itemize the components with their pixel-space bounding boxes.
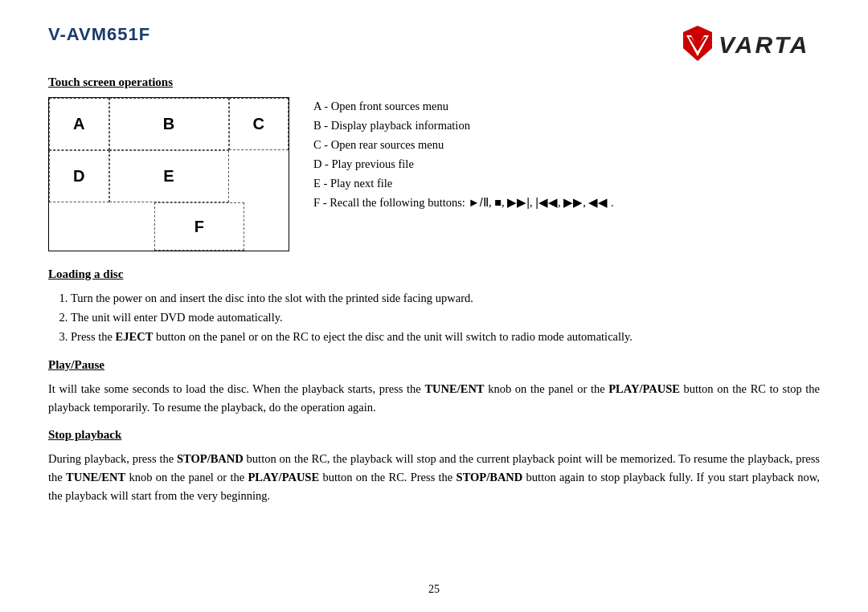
varta-logo: VARTA VARTA [683,24,820,63]
model-title: V-AVM651F [48,24,150,45]
grid-row-2: D E [49,150,289,202]
grid-cell-E: E [109,150,229,202]
desc-D: D - Play previous file [313,155,820,174]
header: V-AVM651F VARTA VARTA [48,24,820,63]
page: V-AVM651F VARTA VARTA [0,0,868,612]
grid-cell-C: C [229,98,289,150]
grid-cell-A: A [49,98,109,150]
grid-spacer [49,202,94,251]
desc-A: A - Open front sources menu [313,97,820,116]
desc-F: F - Recall the following buttons: ►/Ⅱ, ■… [313,194,820,213]
stop-section: Stop playback During playback, press the… [48,428,820,506]
loading-section: Loading a disc Turn the power on and ins… [48,267,820,347]
desc-E: E - Play next file [313,174,820,194]
desc-C: C - Open rear sources menu [313,136,820,155]
stop-header: Stop playback [48,428,820,442]
grid-cell-B: B [109,98,229,150]
grid-cell-F: F [154,202,244,251]
grid-empty [229,150,289,202]
touch-descriptions: A - Open front sources menu B - Display … [313,97,820,251]
loading-header: Loading a disc [48,267,820,281]
grid-row-1: A B C [49,98,289,150]
play-text: It will take some seconds to load the di… [48,380,820,417]
grid-cell-D: D [49,150,109,202]
page-number: 25 [0,583,868,596]
desc-B: B - Display playback information [313,116,820,136]
loading-step-3: Press the EJECT button on the panel or o… [71,328,820,346]
stop-text: During playback, press the STOP/BAND but… [48,450,820,506]
play-header: Play/Pause [48,358,820,372]
loading-step-1: Turn the power on and insert the disc in… [71,289,820,308]
logo-area: VARTA VARTA [683,24,820,63]
loading-steps: Turn the power on and insert the disc in… [71,289,820,347]
grid-spacer2 [244,202,289,251]
svg-text:VARTA: VARTA [719,31,809,58]
loading-step-2: The unit will enter DVD mode automatical… [71,308,820,327]
touch-section: A B C D E F A - Open front sources menu … [48,97,820,251]
touch-grid: A B C D E F [48,97,289,251]
touch-section-header: Touch screen operations [48,75,820,89]
grid-row-3: F [49,202,289,251]
play-section: Play/Pause It will take some seconds to … [48,358,820,417]
